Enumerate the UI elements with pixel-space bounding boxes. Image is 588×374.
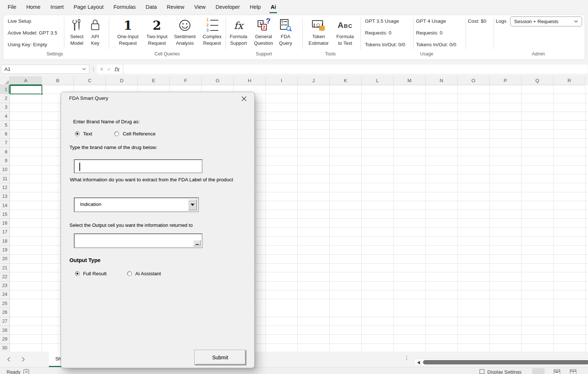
radio-text-label[interactable]: Text [83,131,92,137]
two-input-request-button[interactable]: 2 Two-Input Request [141,17,172,47]
row-header[interactable]: 24 [0,290,10,299]
output-cell-refedit[interactable] [74,233,202,248]
normal-view-button[interactable] [532,368,545,374]
tab-data[interactable]: Data [146,0,157,14]
column-header[interactable]: E [138,76,170,85]
tab-insert[interactable]: Insert [50,0,64,14]
page-break-view-button[interactable] [567,368,579,374]
row-header[interactable]: 1 [0,85,10,94]
submit-button[interactable]: Submit [194,350,246,365]
enter-icon[interactable]: ✓ [107,66,111,72]
cancel-icon[interactable]: ✕ [100,66,104,72]
column-header[interactable]: D [106,76,138,85]
formula-to-text-button[interactable]: Abc Formula to Text [330,17,361,47]
row-header[interactable]: 20 [0,255,10,264]
row-header[interactable]: 3 [0,103,10,112]
tab-review[interactable]: Review [167,0,184,14]
column-header[interactable]: O [458,76,490,85]
row-header[interactable]: 28 [0,326,10,335]
close-icon[interactable] [240,95,248,102]
radio-cell-reference-label[interactable]: Cell Reference [123,131,155,137]
sentiment-analysis-button[interactable]: Sentiment Analysis [169,17,200,47]
display-settings-button[interactable]: Display Settings [487,369,521,374]
combobox-dropdown-icon[interactable] [188,199,197,210]
row-header[interactable]: 27 [0,317,10,326]
column-header[interactable]: R [553,76,585,85]
row-header[interactable]: 14 [0,201,10,210]
row-header[interactable]: 15 [0,210,10,219]
row-header[interactable]: 2 [0,94,10,103]
tab-view[interactable]: View [194,0,205,14]
refedit-collapse-icon[interactable] [193,240,201,246]
one-input-request-button[interactable]: 1 One-Input Request [112,17,143,47]
chevron-down-icon[interactable] [82,68,86,70]
prev-sheet-icon[interactable] [5,356,12,363]
name-box[interactable]: A1 [1,65,89,74]
tab-help[interactable]: Help [250,0,261,14]
column-header[interactable]: Q [521,76,553,85]
page-layout-view-button[interactable] [551,368,563,374]
row-header[interactable]: 12 [0,183,10,192]
column-header[interactable]: H [234,76,266,85]
tab-file[interactable]: File [8,0,16,14]
row-header[interactable]: 26 [0,308,10,317]
radio-full-result[interactable] [75,271,80,276]
row-header[interactable]: 23 [0,282,10,290]
scroll-left-icon[interactable] [417,361,420,364]
row-header[interactable]: 8 [0,148,10,156]
column-header[interactable]: N [426,76,458,85]
insert-function-icon[interactable]: fx [114,66,119,73]
column-header[interactable]: J [298,76,330,85]
row-header[interactable]: 29 [0,335,10,344]
tab-ai[interactable]: Ai [270,0,276,14]
column-header[interactable]: K [330,76,362,85]
select-all-corner[interactable] [0,76,10,85]
radio-full-result-label[interactable]: Full Result [83,271,107,276]
scrollbar-thumb[interactable] [423,360,588,364]
brand-name-input[interactable] [74,159,202,173]
column-header[interactable]: I [266,76,298,85]
row-header[interactable]: 22 [0,272,10,281]
accessibility-icon[interactable] [24,369,29,374]
tab-formulas[interactable]: Formulas [114,0,136,14]
formula-input[interactable] [124,65,588,74]
row-header[interactable]: 30 [0,344,10,352]
column-header[interactable]: B [42,76,74,85]
display-settings-icon[interactable] [480,369,484,374]
formula-bar-drag-handle[interactable]: ⋮ [91,65,96,74]
tab-home[interactable]: Home [26,0,40,14]
tab-developer[interactable]: Developer [216,0,240,14]
row-header[interactable]: 17 [0,228,10,237]
row-header[interactable]: 9 [0,156,10,165]
row-header[interactable]: 11 [0,174,10,183]
row-header[interactable]: 19 [0,246,10,254]
column-header[interactable]: P [490,76,521,85]
row-header[interactable]: 18 [0,237,10,246]
row-header[interactable]: 7 [0,139,10,148]
row-header[interactable]: 5 [0,121,10,130]
scrollbar-options-handle[interactable]: ⋮ [404,355,409,361]
row-header[interactable]: 21 [0,264,10,272]
column-header[interactable]: A [10,76,42,85]
row-header[interactable]: 10 [0,166,10,174]
row-header[interactable]: 4 [0,112,10,121]
tab-page-layout[interactable]: Page Layout [74,0,103,14]
row-header[interactable]: 16 [0,219,10,228]
radio-cell-reference[interactable] [114,131,119,136]
radio-ai-assistant[interactable] [127,271,132,276]
horizontal-scrollbar[interactable] [414,359,588,366]
row-header[interactable]: 13 [0,192,10,201]
column-header[interactable]: F [170,76,202,85]
extract-info-combobox[interactable]: Indication [74,197,199,212]
column-header[interactable]: C [74,76,106,85]
row-header[interactable]: 25 [0,299,10,308]
fill-handle[interactable] [41,93,43,95]
row-header[interactable]: 6 [0,130,10,138]
next-sheet-icon[interactable] [20,356,26,363]
radio-ai-assistant-label[interactable]: Ai Assistant [135,271,161,276]
radio-text[interactable] [75,131,80,136]
column-header[interactable]: M [394,76,426,85]
column-header[interactable]: G [202,76,234,85]
api-key-button[interactable]: API Key [80,17,111,47]
column-header[interactable]: L [362,76,394,85]
